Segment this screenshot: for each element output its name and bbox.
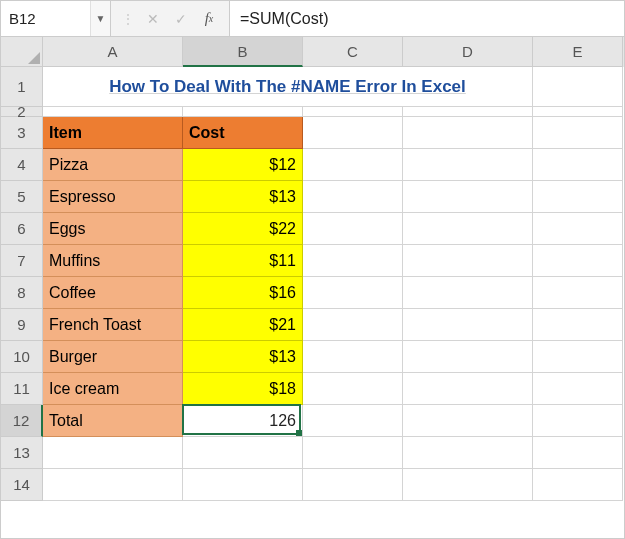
cell[interactable]: [183, 437, 303, 469]
cell[interactable]: [303, 341, 403, 373]
col-header-B[interactable]: B: [183, 37, 303, 67]
cell[interactable]: [403, 245, 533, 277]
cell[interactable]: [533, 245, 623, 277]
cell[interactable]: [183, 107, 303, 117]
cell[interactable]: [43, 469, 183, 501]
col-header-A[interactable]: A: [43, 37, 183, 67]
row-header-7[interactable]: 7: [1, 245, 43, 277]
cell[interactable]: [43, 107, 183, 117]
cell[interactable]: [303, 149, 403, 181]
cell[interactable]: [533, 117, 623, 149]
cell[interactable]: [403, 373, 533, 405]
cell[interactable]: [533, 341, 623, 373]
cell-cost[interactable]: $12: [183, 149, 303, 181]
cell[interactable]: [303, 309, 403, 341]
cell-cost[interactable]: $13: [183, 181, 303, 213]
cell[interactable]: [303, 107, 403, 117]
cell[interactable]: [303, 245, 403, 277]
name-box-value[interactable]: B12: [1, 1, 90, 36]
cell[interactable]: [403, 149, 533, 181]
header-item[interactable]: Item: [43, 117, 183, 149]
cell-item[interactable]: Coffee: [43, 277, 183, 309]
row-header-11[interactable]: 11: [1, 373, 43, 405]
name-box-dropdown-icon[interactable]: ▼: [90, 1, 110, 36]
cell[interactable]: [303, 469, 403, 501]
row-header-3[interactable]: 3: [1, 117, 43, 149]
cell-item[interactable]: French Toast: [43, 309, 183, 341]
cell[interactable]: [533, 373, 623, 405]
fx-icon[interactable]: fx: [195, 1, 223, 36]
cell[interactable]: [403, 469, 533, 501]
row-header-9[interactable]: 9: [1, 309, 43, 341]
row-header-5[interactable]: 5: [1, 181, 43, 213]
select-all-corner[interactable]: [1, 37, 43, 67]
cell-item[interactable]: Ice cream: [43, 373, 183, 405]
cell[interactable]: [533, 469, 623, 501]
cell[interactable]: [43, 437, 183, 469]
cell[interactable]: [303, 373, 403, 405]
cell[interactable]: [303, 117, 403, 149]
table-row: 10 Burger $13: [1, 341, 624, 373]
cancel-icon[interactable]: ✕: [139, 1, 167, 36]
cell[interactable]: [533, 107, 623, 117]
cell-cost[interactable]: $16: [183, 277, 303, 309]
row-header-1[interactable]: 1: [1, 67, 43, 107]
col-header-E[interactable]: E: [533, 37, 623, 67]
cell-item[interactable]: Burger: [43, 341, 183, 373]
cell[interactable]: [403, 213, 533, 245]
cell-item[interactable]: Espresso: [43, 181, 183, 213]
spreadsheet-grid[interactable]: A B C D E 1 How To Deal With The #NAME E…: [1, 37, 624, 538]
cell[interactable]: [303, 213, 403, 245]
separator: ⋮: [117, 11, 139, 27]
cell[interactable]: [533, 213, 623, 245]
cell[interactable]: [303, 405, 403, 437]
title-cell[interactable]: How To Deal With The #NAME Error In Exce…: [43, 67, 533, 107]
cell[interactable]: [403, 117, 533, 149]
cell[interactable]: [403, 309, 533, 341]
cell-item[interactable]: Pizza: [43, 149, 183, 181]
row-header-10[interactable]: 10: [1, 341, 43, 373]
cell[interactable]: [533, 277, 623, 309]
cell-cost[interactable]: $11: [183, 245, 303, 277]
cell[interactable]: [303, 181, 403, 213]
formula-controls: ⋮ ✕ ✓ fx: [111, 1, 230, 36]
table-row: 6 Eggs $22: [1, 213, 624, 245]
cell[interactable]: [533, 149, 623, 181]
cell-total-value[interactable]: 126: [183, 405, 303, 437]
header-cost[interactable]: Cost: [183, 117, 303, 149]
cell-cost[interactable]: $13: [183, 341, 303, 373]
cell[interactable]: [403, 107, 533, 117]
row-header-6[interactable]: 6: [1, 213, 43, 245]
cell-cost[interactable]: $21: [183, 309, 303, 341]
cell[interactable]: [403, 405, 533, 437]
table-row: 3 Item Cost: [1, 117, 624, 149]
cell[interactable]: [533, 437, 623, 469]
cell[interactable]: [403, 437, 533, 469]
cell[interactable]: [403, 181, 533, 213]
row-header-8[interactable]: 8: [1, 277, 43, 309]
name-box[interactable]: B12 ▼: [1, 1, 111, 36]
cell[interactable]: [533, 181, 623, 213]
formula-input[interactable]: =SUM(Cost): [230, 1, 624, 36]
row-header-14[interactable]: 14: [1, 469, 43, 501]
accept-icon[interactable]: ✓: [167, 1, 195, 36]
cell[interactable]: [533, 67, 623, 107]
cell-item[interactable]: Eggs: [43, 213, 183, 245]
cell[interactable]: [533, 309, 623, 341]
cell[interactable]: [303, 277, 403, 309]
cell-total-label[interactable]: Total: [43, 405, 183, 437]
cell-cost[interactable]: $22: [183, 213, 303, 245]
cell[interactable]: [303, 437, 403, 469]
row-header-4[interactable]: 4: [1, 149, 43, 181]
cell[interactable]: [403, 341, 533, 373]
col-header-C[interactable]: C: [303, 37, 403, 67]
row-header-13[interactable]: 13: [1, 437, 43, 469]
row-header-12[interactable]: 12: [1, 405, 43, 437]
cell-item[interactable]: Muffins: [43, 245, 183, 277]
cell[interactable]: [183, 469, 303, 501]
cell[interactable]: [533, 405, 623, 437]
cell[interactable]: [403, 277, 533, 309]
row-header-2[interactable]: 2: [1, 107, 43, 117]
cell-cost[interactable]: $18: [183, 373, 303, 405]
col-header-D[interactable]: D: [403, 37, 533, 67]
